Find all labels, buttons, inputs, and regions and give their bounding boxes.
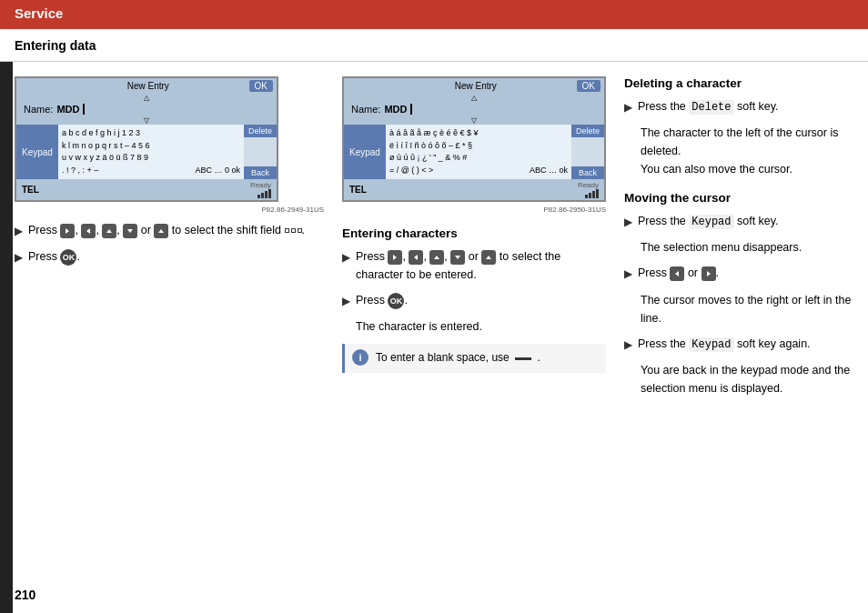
screen2-signal [585, 189, 599, 198]
screen2-chars-row2: ë ì í î ï ñ ò ó ô õ – £ * § [389, 140, 568, 153]
screen2-middle: Keypad à á â ã å æ ç è é ê € $ ¥ ë ì í î… [344, 125, 604, 179]
nav-left-icon [81, 224, 96, 238]
screen1-name-row: Name: MDD [16, 102, 277, 116]
screen2-arrow-down: ▽ [344, 116, 604, 125]
screen2-title: New Entry [375, 81, 577, 91]
screen1-middle: Keypad a b c d e f g h i j 1 2 3 k l m n… [16, 125, 277, 179]
instruction-left-2: ▶ Press OK. [15, 247, 324, 266]
header-bar: Service [0, 0, 868, 29]
screen1-signal [257, 189, 271, 198]
subheader-title: Entering data [15, 38, 96, 53]
screen1-chars-row4: . ! ? , : + – ABC … 0 ok [62, 165, 240, 177]
svg-marker-7 [434, 256, 439, 259]
screen2-cursor [410, 104, 412, 115]
deleting-instruction-1: ▶ Press the Delete soft key. [624, 97, 853, 116]
screen2-top-bar: New Entry OK [344, 78, 604, 94]
svg-marker-6 [414, 255, 418, 260]
screen1-chars-row1: a b c d e f g h i j 1 2 3 [62, 127, 240, 140]
screen2-chars-row3: ø ù ú û ¡ ¿ ' " _ & % # [389, 152, 568, 165]
deleting-instructions: ▶ Press the Delete soft key. The charact… [624, 97, 853, 178]
svg-marker-0 [66, 228, 69, 234]
screen1-chars-row2: k l m n o p q r s t – 4 5 6 [62, 140, 240, 153]
svg-marker-5 [393, 255, 397, 260]
info-box: i To enter a blank space, use . [342, 344, 606, 372]
screen2-part-code: P82.86-2950-31US [342, 206, 606, 214]
moving-description-1: The selection menu disappears. [641, 238, 853, 256]
long-dash-icon [515, 357, 531, 360]
screen1-ready: Ready [250, 181, 271, 198]
screen1-delete-back: Delete Back [244, 125, 277, 179]
instruction-left-1: ▶ Press , , , or [15, 221, 324, 240]
deleting-section: Deleting a character ▶ Press the Delete … [624, 76, 853, 178]
screen2-bottom-bar: TEL Ready [344, 179, 604, 200]
page-number: 210 [15, 588, 35, 602]
enter-nav-right-icon [388, 250, 402, 265]
screen1-chars: a b c d e f g h i j 1 2 3 k l m n o p q … [58, 125, 244, 179]
screen2-arrow-up: △ [344, 94, 604, 102]
right-column: Deleting a character ▶ Press the Delete … [624, 76, 853, 405]
moving-title: Moving the cursor [624, 191, 853, 205]
moving-section: Moving the cursor ▶ Press the Keypad sof… [624, 191, 853, 397]
keypad-key-label-1: Keypad [689, 215, 733, 229]
enter-nav-down-icon [450, 250, 465, 265]
screen1-arrow-down: ▽ [16, 116, 277, 125]
moving-instruction-1: ▶ Press the Keypad soft key. [624, 212, 853, 231]
screen1-top-bar: New Entry OK [16, 78, 277, 94]
deleting-description: The character to the left of the cursor … [641, 124, 853, 178]
enter-nav-shift-icon [481, 250, 496, 265]
moving-instructions: ▶ Press the Keypad soft key. The selecti… [624, 212, 853, 397]
deleting-title: Deleting a character [624, 76, 853, 90]
screen2-keypad-label[interactable]: Keypad [344, 125, 386, 179]
keypad-key-label-2: Keypad [689, 337, 733, 352]
entering-instruction-1: ▶ Press , , , or [342, 247, 606, 284]
svg-marker-2 [106, 229, 112, 233]
screen1-delete-button[interactable]: Delete [244, 125, 277, 137]
info-icon: i [352, 349, 368, 366]
screen2-back-button[interactable]: Back [571, 166, 604, 179]
screen1-bottom-bar: TEL Ready [16, 179, 277, 200]
svg-marker-1 [86, 228, 90, 234]
screen2-tel-label: TEL [349, 185, 367, 195]
entering-instruction-2: ▶ Press OK. [342, 291, 606, 310]
entering-section-title: Entering characters [342, 226, 606, 240]
left-column: New Entry OK △ Name: MDD ▽ Keypad a b c … [15, 76, 324, 405]
phone-screen-1: New Entry OK △ Name: MDD ▽ Keypad a b c … [15, 76, 278, 202]
move-nav-left-icon [670, 266, 684, 281]
enter-nav-left-icon [409, 250, 423, 265]
main-content: New Entry OK △ Name: MDD ▽ Keypad a b c … [0, 62, 868, 419]
svg-marker-10 [675, 271, 679, 276]
moving-description-3: You are back in the keypad mode and the … [641, 361, 853, 397]
instructions-left: ▶ Press , , , or [15, 221, 324, 266]
header-title: Service [15, 5, 63, 21]
screen2-ok-button[interactable]: OK [577, 80, 601, 92]
screen1-title: New Entry [47, 81, 249, 91]
moving-instruction-2: ▶ Press or . [624, 264, 853, 283]
screen1-name-label: Name: [24, 104, 53, 115]
screen2-name-label: Name: [351, 104, 380, 115]
screen2-delete-button[interactable]: Delete [571, 125, 604, 137]
svg-marker-4 [158, 229, 164, 233]
delete-key-label: Delete [689, 100, 733, 115]
shift-field-indicator [285, 228, 302, 233]
subheader: Entering data [0, 29, 868, 62]
screen2-ready: Ready [578, 181, 599, 198]
screen1-ok-button[interactable]: OK [249, 80, 273, 92]
nav-down-icon [123, 224, 137, 238]
entering-instruction-3: ▶ The character is entered. [342, 317, 606, 337]
entering-instructions: ▶ Press , , , or [342, 247, 606, 373]
screen1-back-button[interactable]: Back [244, 166, 277, 179]
svg-marker-9 [486, 256, 491, 259]
moving-description-2: The cursor moves to the right or left in… [641, 291, 853, 327]
screen2-delete-back: Delete Back [571, 125, 604, 179]
screen1-arrow-up: △ [16, 94, 277, 102]
screen1-name-value: MDD [56, 104, 79, 115]
move-nav-right-icon [701, 266, 716, 281]
screen2-name-value: MDD [384, 104, 407, 115]
svg-marker-8 [455, 256, 460, 259]
screen1-cursor [83, 104, 85, 115]
svg-marker-11 [707, 271, 711, 276]
svg-marker-3 [127, 229, 133, 233]
screen2-chars-row4: = / @ ( ) < > ABC … ok [389, 165, 568, 177]
screen1-keypad-label[interactable]: Keypad [16, 125, 58, 179]
ok-circle-icon: OK [60, 249, 76, 266]
